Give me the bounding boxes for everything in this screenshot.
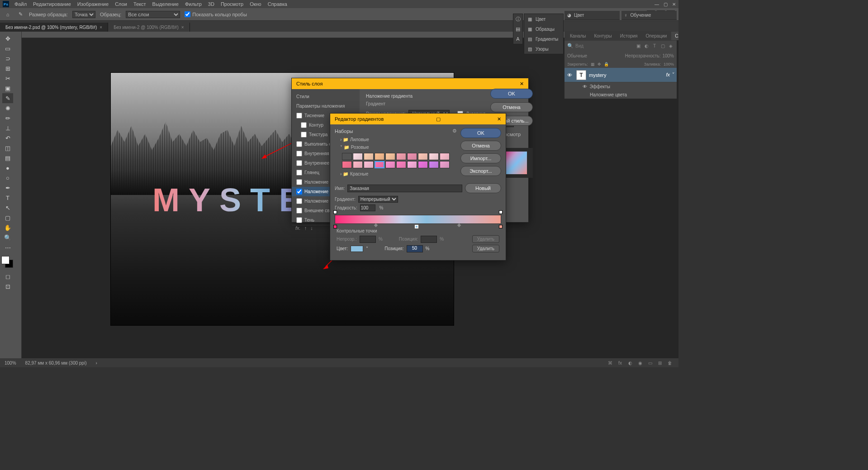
- layer-mystery[interactable]: 👁 T mystery fx ˅: [564, 68, 677, 82]
- menu-select[interactable]: Выделение: [152, 1, 179, 7]
- gradients-panel-button[interactable]: ▤Градиенты: [524, 34, 563, 44]
- stop-color-swatch[interactable]: [351, 246, 363, 252]
- wand-tool-icon[interactable]: ⊞: [2, 63, 13, 73]
- color-panel-tab[interactable]: ◕ Цвет: [564, 11, 620, 20]
- blend-options-heading[interactable]: Параметры наложения: [292, 101, 360, 111]
- eyedropper-tool-icon[interactable]: ✎: [2, 93, 13, 103]
- tab-close-icon[interactable]: ×: [181, 25, 184, 30]
- down-icon[interactable]: ↓: [310, 225, 313, 231]
- tab-layers[interactable]: Слои: [671, 32, 678, 40]
- history-brush-icon[interactable]: ↶: [2, 133, 13, 143]
- up-icon[interactable]: ↑: [304, 225, 307, 231]
- gradient-swatch[interactable]: [429, 161, 439, 168]
- dodge-tool-icon[interactable]: ○: [2, 173, 13, 183]
- gradient-swatch[interactable]: [342, 153, 352, 160]
- sb-link-icon[interactable]: ⌘: [606, 360, 614, 366]
- layer-style-title[interactable]: Стиль слоя✕: [292, 78, 528, 89]
- ok-button[interactable]: OK: [490, 89, 533, 99]
- ok-button[interactable]: OK: [460, 128, 501, 138]
- gradient-swatch[interactable]: [364, 153, 374, 160]
- gradient-swatch[interactable]: [353, 153, 363, 160]
- tab-channels[interactable]: Каналы: [566, 32, 590, 40]
- opacity-stop-left[interactable]: [333, 210, 337, 214]
- export-button[interactable]: Экспорт...: [460, 166, 501, 176]
- sample-select[interactable]: Все слои: [126, 11, 180, 18]
- gradient-swatch[interactable]: [418, 161, 428, 168]
- filter-smart-icon[interactable]: ◈: [668, 43, 674, 49]
- gradient-swatch[interactable]: [418, 153, 428, 160]
- info-panel-icon[interactable]: ⓘ: [513, 14, 522, 24]
- gradient-swatch[interactable]: [407, 153, 417, 160]
- hand-tool-icon[interactable]: ✋: [2, 223, 13, 233]
- folder-red[interactable]: › 📁 Красные: [335, 170, 457, 178]
- layer-search-input[interactable]: [575, 43, 633, 48]
- close-icon[interactable]: ✕: [497, 116, 501, 122]
- menu-file[interactable]: Файл: [14, 1, 27, 7]
- menu-view[interactable]: Просмотр: [221, 1, 243, 7]
- smooth-input[interactable]: [360, 204, 375, 211]
- frame-tool-icon[interactable]: ▣: [2, 83, 13, 93]
- blend-mode-select[interactable]: Обычные: [567, 53, 623, 58]
- pen-tool-icon[interactable]: ✒: [2, 183, 13, 193]
- color-swatches[interactable]: [1, 256, 14, 269]
- properties-panel-icon[interactable]: ▤: [513, 24, 522, 34]
- gradient-swatch[interactable]: [353, 161, 363, 168]
- screenmode-icon[interactable]: ⊡: [2, 281, 13, 291]
- menu-help[interactable]: Справка: [268, 1, 287, 7]
- color-stop-right[interactable]: [499, 225, 503, 228]
- home-icon[interactable]: ⌂: [4, 10, 12, 19]
- gradient-swatch[interactable]: [440, 161, 450, 168]
- gradient-swatch[interactable]: [396, 161, 406, 168]
- gradient-bar[interactable]: [335, 215, 501, 224]
- cancel-button[interactable]: Отмена: [460, 141, 501, 151]
- fill-value[interactable]: 100%: [664, 62, 674, 66]
- menu-window[interactable]: Окно: [250, 1, 261, 7]
- filter-img-icon[interactable]: ▣: [635, 43, 641, 49]
- gradient-swatch[interactable]: [429, 153, 439, 160]
- doc-tab-1[interactable]: Без имени-2.psd @ 100% (mystery, RGB/8#)…: [0, 23, 108, 32]
- folder-pink[interactable]: ˅ 📁 Розовые: [335, 143, 457, 151]
- gradient-swatch[interactable]: [440, 153, 450, 160]
- menu-filter[interactable]: Фильтр: [185, 1, 202, 7]
- show-ring-checkbox[interactable]: [185, 11, 190, 17]
- gradient-swatch[interactable]: [385, 161, 395, 168]
- new-button[interactable]: Новый: [465, 183, 501, 193]
- gradient-swatch[interactable]: [375, 153, 384, 160]
- heal-tool-icon[interactable]: ✺: [2, 103, 13, 113]
- lock-pixels-icon[interactable]: ▦: [591, 62, 595, 66]
- sb-trash-icon[interactable]: 🗑: [666, 360, 674, 366]
- filter-type-icon[interactable]: T: [651, 43, 658, 49]
- sb-mask-icon[interactable]: ◐: [626, 360, 634, 366]
- import-button[interactable]: Импорт...: [460, 153, 501, 163]
- menu-edit[interactable]: Редактирование: [33, 1, 71, 7]
- maximize-icon[interactable]: ▢: [436, 116, 441, 122]
- color-panel-button[interactable]: ▦Цвет: [524, 14, 563, 24]
- patterns-panel-button[interactable]: ▧Узоры: [524, 44, 563, 54]
- eyedropper-icon[interactable]: ✎: [16, 10, 24, 19]
- text-tool-icon[interactable]: T: [2, 193, 13, 203]
- sb-adj-icon[interactable]: ◉: [636, 360, 644, 366]
- doc-tab-2[interactable]: Без имени-2 @ 100% (RGB/8#)×: [108, 23, 190, 32]
- zoom-value[interactable]: 100%: [5, 361, 16, 366]
- lock-pos-icon[interactable]: ✥: [598, 62, 601, 66]
- quickmask-icon[interactable]: ◻: [2, 271, 13, 281]
- doc-dimensions[interactable]: 82,97 мм x 60,96 мм (300 ppi): [25, 361, 87, 366]
- shape-tool-icon[interactable]: ▢: [2, 213, 13, 223]
- fx-badge[interactable]: fx ˅: [666, 72, 674, 78]
- gradient-swatch[interactable]: [385, 153, 395, 160]
- cancel-button[interactable]: Отмена: [490, 102, 533, 112]
- stamp-tool-icon[interactable]: ⊥: [2, 123, 13, 133]
- tab-history[interactable]: История: [617, 32, 641, 40]
- lock-all-icon[interactable]: 🔒: [604, 62, 609, 66]
- eraser-tool-icon[interactable]: ◫: [2, 143, 13, 153]
- menu-image[interactable]: Изображение: [77, 1, 109, 7]
- swatches-panel-button[interactable]: ▦Образцы: [524, 24, 563, 34]
- lasso-tool-icon[interactable]: ⊃: [2, 53, 13, 63]
- marquee-tool-icon[interactable]: ▭: [2, 43, 13, 53]
- gear-icon[interactable]: ⚙: [452, 128, 457, 134]
- visibility-icon[interactable]: 👁: [567, 72, 574, 78]
- brush-tool-icon[interactable]: ✏: [2, 113, 13, 123]
- fx-icon[interactable]: fx.: [295, 225, 301, 231]
- crop-tool-icon[interactable]: ✂: [2, 73, 13, 83]
- gradient-editor-title[interactable]: Редактор градиентов ▢ ✕: [330, 114, 506, 124]
